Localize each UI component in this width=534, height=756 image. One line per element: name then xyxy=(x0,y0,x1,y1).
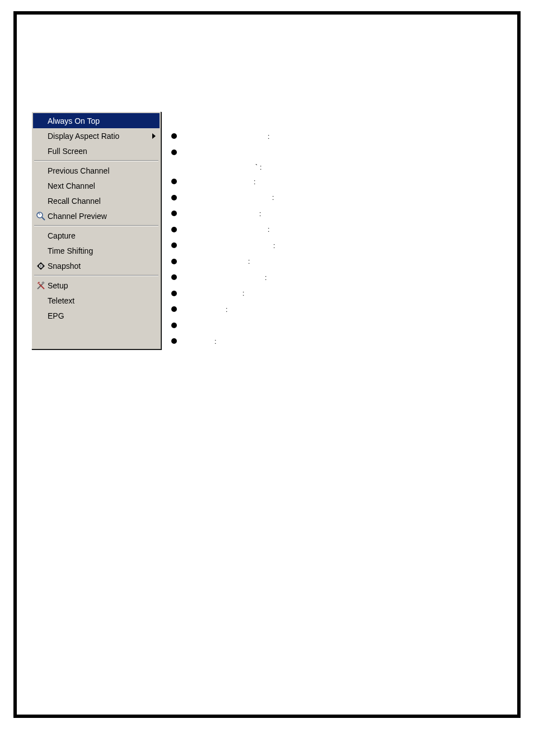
desc-tail: ` : xyxy=(255,163,262,171)
description-column: : ` : : : : xyxy=(171,111,275,349)
menu-label: Channel Preview xyxy=(48,212,151,221)
desc-row: : xyxy=(171,237,275,254)
submenu-arrow-icon xyxy=(151,133,157,139)
bullet-icon xyxy=(171,338,177,344)
desc-row: : xyxy=(171,174,275,190)
content-row: Always On Top Display Aspect Ratio Full … xyxy=(31,111,275,349)
menu-separator xyxy=(34,225,158,226)
menu-item-recall-channel[interactable]: Recall Channel xyxy=(33,193,160,208)
bullet-icon xyxy=(171,211,177,216)
menu-item-full-screen[interactable]: Full Screen xyxy=(33,143,160,158)
menu-item-channel-preview[interactable]: Channel Preview xyxy=(33,208,160,223)
menu-item-time-shifting[interactable]: Time Shifting xyxy=(33,243,160,258)
bullet-icon xyxy=(171,323,177,328)
desc-tail: : xyxy=(259,209,261,218)
menu-label: EPG xyxy=(48,311,151,320)
menu-label: Setup xyxy=(48,281,151,290)
menu-item-setup[interactable]: Setup xyxy=(33,278,160,293)
bullet-icon xyxy=(171,195,177,200)
desc-tail: : xyxy=(214,337,217,346)
menu-item-epg[interactable]: EPG xyxy=(33,308,160,323)
desc-row-indent: ` : xyxy=(171,160,275,174)
menu-label: Snapshot xyxy=(48,262,151,270)
menu-label: Teletext xyxy=(48,296,151,305)
menu-label: Always On Top xyxy=(48,116,151,125)
menu-label: Time Shifting xyxy=(48,246,151,255)
desc-row xyxy=(171,144,275,161)
desc-tail: : xyxy=(248,257,250,265)
desc-row: : xyxy=(171,190,275,206)
menu-label: Recall Channel xyxy=(48,197,151,206)
svg-line-1 xyxy=(42,217,45,220)
desc-row: : xyxy=(171,128,275,144)
svg-rect-8 xyxy=(38,281,40,283)
desc-tail: : xyxy=(272,193,274,202)
menu-item-teletext[interactable]: Teletext xyxy=(33,293,160,308)
menu-label: Display Aspect Ratio xyxy=(48,132,151,141)
desc-tail: : xyxy=(268,225,270,234)
menu-label: Next Channel xyxy=(48,181,151,190)
bullet-icon xyxy=(171,291,177,296)
bullet-icon xyxy=(171,150,177,155)
menu-item-always-on-top[interactable]: Always On Top xyxy=(33,113,160,128)
desc-row: : xyxy=(171,206,275,222)
menu-item-snapshot[interactable]: Snapshot xyxy=(33,258,160,273)
desc-tail: : xyxy=(268,132,270,141)
tools-icon xyxy=(34,281,48,291)
desc-row xyxy=(171,318,275,334)
bullet-icon xyxy=(171,179,177,184)
desc-tail: : xyxy=(273,241,275,250)
bullet-icon xyxy=(171,133,177,139)
menu-label: Full Screen xyxy=(48,147,151,156)
bullet-icon xyxy=(171,227,177,232)
desc-row: : xyxy=(171,222,275,238)
svg-point-4 xyxy=(40,265,42,267)
snapshot-icon xyxy=(34,261,48,271)
desc-row: : xyxy=(171,254,275,270)
desc-row: : xyxy=(171,301,275,318)
desc-tail: : xyxy=(265,273,267,282)
bullet-icon xyxy=(171,242,177,248)
menu-item-capture[interactable]: Capture xyxy=(33,228,160,243)
desc-tail: : xyxy=(226,305,228,314)
menu-item-display-aspect-ratio[interactable]: Display Aspect Ratio xyxy=(33,128,160,143)
menu-label: Previous Channel xyxy=(48,166,151,175)
bullet-icon xyxy=(171,306,177,312)
bullet-icon xyxy=(171,274,177,280)
desc-row: : xyxy=(171,333,275,349)
menu-separator xyxy=(34,275,158,276)
bullet-icon xyxy=(171,259,177,264)
menu-item-previous-channel[interactable]: Previous Channel xyxy=(33,163,160,178)
desc-tail: : xyxy=(254,178,256,186)
menu-separator xyxy=(34,160,158,161)
context-menu: Always On Top Display Aspect Ratio Full … xyxy=(31,111,161,349)
magnifier-icon xyxy=(34,211,48,221)
desc-row: : xyxy=(171,269,275,286)
menu-label: Capture xyxy=(48,231,151,240)
desc-row: : xyxy=(171,286,275,302)
menu-item-next-channel[interactable]: Next Channel xyxy=(33,178,160,193)
page-border: Always On Top Display Aspect Ratio Full … xyxy=(13,11,521,718)
desc-tail: : xyxy=(242,289,245,297)
